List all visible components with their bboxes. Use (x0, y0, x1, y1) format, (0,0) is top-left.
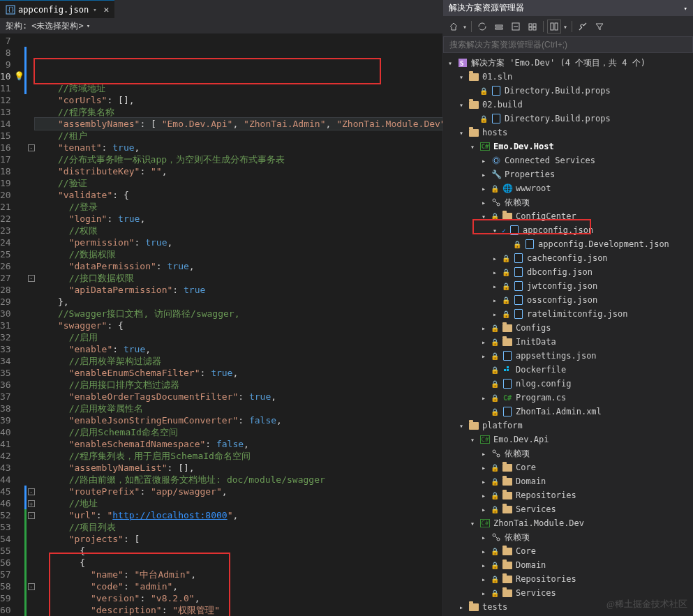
expand-icon[interactable]: ▾ (491, 227, 499, 234)
fold-icon[interactable]: - (28, 512, 35, 519)
expand-icon[interactable]: ▾ (468, 143, 477, 151)
code-line[interactable]: { (35, 557, 442, 569)
code-line[interactable]: //权限 (35, 225, 442, 236)
tree-item[interactable]: ▸依赖项 (443, 446, 693, 460)
tree-item[interactable]: ▸🔒Dockerfile (443, 363, 693, 377)
expand-icon[interactable]: ▾ (457, 101, 465, 109)
expand-icon[interactable]: ▸ (479, 562, 488, 569)
tree-item[interactable]: ▸🔒ossconfig.json (443, 293, 693, 307)
code-line[interactable]: //程序集列表，用于启用SchemaId命名空间 (35, 450, 442, 462)
code-line[interactable]: "validate": { (35, 189, 442, 201)
expand-icon[interactable]: ▸ (479, 506, 488, 513)
code-line[interactable]: //启用枚举架构过滤器 (35, 355, 442, 367)
expand-icon[interactable]: ▾ (446, 59, 454, 67)
lightbulb-icon[interactable]: 💡 (14, 70, 24, 82)
code-line[interactable]: //启用枚举属性名 (35, 403, 442, 414)
expand-icon[interactable]: ▸ (491, 310, 499, 318)
tree-item[interactable]: ▸🔒nlog.config (443, 377, 693, 391)
code-line[interactable]: "version": "v8.2.0", (35, 592, 442, 604)
code-line[interactable]: //地址 (35, 497, 442, 509)
tree-item[interactable]: ▸🔒dbconfig.json (443, 265, 693, 279)
code-line[interactable]: "enableOrderTagsDocumentFilter": true, (35, 391, 442, 403)
code-line[interactable]: //租户 (35, 130, 442, 142)
tree-item[interactable]: ▸🔒ratelimitconfig.json (443, 307, 693, 321)
tree-item[interactable]: ▸Connected Services (443, 153, 693, 167)
fold-icon[interactable]: - (28, 275, 35, 282)
expand-icon[interactable]: ▸ (479, 338, 488, 346)
sync-icon[interactable] (476, 20, 489, 33)
fold-icon[interactable]: - (28, 583, 35, 590)
tree-item[interactable]: ▸🔒appsettings.json (443, 349, 693, 363)
expand-icon[interactable]: ▸ (479, 478, 488, 486)
tree-item[interactable]: ▾01.sln (443, 70, 693, 84)
tree-item[interactable]: ▸🔒Services (443, 502, 693, 516)
code-line[interactable]: //分布式事务唯一标识app，为空则不生成分布式事务表 (35, 153, 442, 165)
expand-icon[interactable]: ▸ (479, 589, 488, 597)
close-icon[interactable]: ✕ (104, 4, 110, 15)
tree-item[interactable]: ▾platform (443, 419, 693, 433)
fold-icon[interactable]: - (28, 488, 35, 495)
code-line[interactable]: //Swagger接口文档, 访问路径/swagger, (35, 308, 442, 320)
tree-item[interactable]: ▾C#Emo.Dev.Host (443, 140, 693, 153)
tree-item[interactable]: ▸🔒🌐wwwroot (443, 181, 693, 195)
code-line[interactable]: "apiDataPermission": true (35, 284, 442, 296)
tree-item[interactable]: ▾🔒ConfigCenter (443, 209, 693, 223)
code-editor[interactable]: 7891011121314151617181920212223242526272… (0, 33, 442, 616)
expand-icon[interactable]: ▾ (479, 213, 488, 220)
tree-item[interactable]: ▾C#Emo.Dev.Api (443, 433, 693, 446)
expand-icon[interactable]: ▸ (491, 269, 499, 276)
chevron-down-icon[interactable]: ▾ (463, 23, 467, 31)
expand-icon[interactable]: ▸ (479, 464, 488, 472)
code-line[interactable]: "assemblyNames": [ "Emo.Dev.Api", "ZhonT… (35, 118, 442, 130)
code-line[interactable]: //启用接口排序文档过滤器 (35, 379, 442, 391)
expand-icon[interactable]: ▾ (457, 73, 465, 81)
pending-icon[interactable] (493, 20, 505, 33)
tree-item[interactable]: ▾C#ZhonTai.Module.Dev (443, 516, 693, 530)
expand-icon[interactable]: ▸ (479, 548, 488, 555)
expand-icon[interactable]: ▸ (479, 352, 488, 360)
code-line[interactable]: //启用SchemaId命名空间 (35, 426, 442, 438)
expand-icon[interactable]: ▾ (457, 129, 465, 137)
tree-item[interactable]: ▸依赖项 (443, 195, 693, 209)
tree-item[interactable]: ▸🔒jwtconfig.json (443, 279, 693, 293)
search-input[interactable] (443, 36, 693, 53)
expand-icon[interactable]: ▸ (491, 255, 499, 262)
expand-icon[interactable]: ▸ (479, 199, 488, 206)
code-line[interactable]: "enableSchemaIdNamespace": false, (35, 438, 442, 450)
expand-icon[interactable]: ▸ (479, 492, 488, 499)
tree-item[interactable]: ▸🔒Repositories (443, 572, 693, 586)
code-line[interactable]: //跨域地址 (35, 82, 442, 94)
expand-icon[interactable]: ▸ (479, 185, 488, 193)
code-line[interactable]: //路由前缀，如配置微服务文档地址: doc/module/swagger (35, 474, 442, 486)
code-line[interactable]: "name": "中台Admin", (35, 569, 442, 580)
tree-item[interactable]: ▸依赖项 (443, 530, 693, 544)
expand-icon[interactable]: ▸ (479, 324, 488, 332)
tree-item[interactable]: ▸🔒Domain (443, 558, 693, 572)
expand-icon[interactable]: ▸ (479, 450, 488, 458)
expand-icon[interactable]: ▸ (479, 534, 488, 541)
tree-item[interactable]: ▸🔒Core (443, 544, 693, 558)
code-line[interactable]: "tenant": true, (35, 142, 442, 153)
code-line[interactable]: "assemblyNameList": [], (35, 462, 442, 474)
code-line[interactable]: "swagger": { (35, 320, 442, 331)
tab-active[interactable]: {} appconfig.json ▾ ✕ (0, 0, 114, 18)
expand-icon[interactable]: ▸ (491, 283, 499, 290)
dropdown-icon[interactable]: ▾ (684, 5, 687, 12)
fold-icon[interactable]: + (28, 500, 35, 507)
home-icon[interactable] (447, 20, 460, 33)
code-line[interactable]: //程序集名称 (35, 106, 442, 118)
solution-tree[interactable]: ▾ S 解决方案 'Emo.Dev' (4 个项目，共 4 个) ▾01.sln… (443, 53, 693, 616)
collapse-icon[interactable] (509, 20, 522, 33)
expand-icon[interactable]: ▸ (479, 171, 488, 179)
tree-item[interactable]: ▾02.build (443, 98, 693, 112)
code-line[interactable]: "url": "http://localhost:8000", (35, 509, 442, 521)
expand-icon[interactable]: ▸ (457, 603, 465, 611)
tree-item[interactable]: ▸🔒Core (443, 460, 693, 474)
tree-item[interactable]: ▸🔧Properties (443, 167, 693, 181)
view-icon[interactable] (548, 20, 560, 33)
code-line[interactable]: "login": true, (35, 213, 442, 225)
expand-icon[interactable]: ▸ (479, 576, 488, 583)
tree-item[interactable]: ▸🔒Directory.Build.props (443, 112, 693, 126)
code-line[interactable]: //数据权限 (35, 248, 442, 260)
tree-item[interactable]: ▾✓appconfig.json (443, 223, 693, 237)
